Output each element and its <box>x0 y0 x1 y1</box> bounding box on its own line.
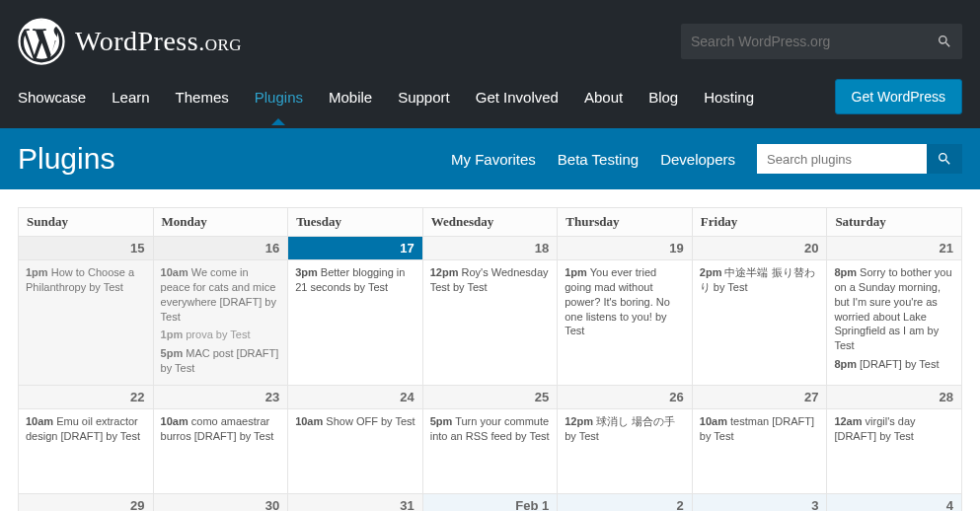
calendar-event[interactable]: 5pm MAC post [DRAFT] by Test <box>161 346 281 376</box>
day-header: Tuesday <box>288 208 423 237</box>
content-area: SundayMondayTuesdayWednesdayThursdayFrid… <box>0 189 980 511</box>
calendar-day[interactable]: 255pm Turn your commute into an RSS feed… <box>422 385 558 493</box>
link-beta-testing[interactable]: Beta Testing <box>558 151 639 168</box>
calendar-day[interactable]: 1610am We come in peace for cats and mic… <box>153 237 288 386</box>
search-icon <box>937 151 952 167</box>
nav-item[interactable]: Hosting <box>704 83 754 111</box>
plugin-search <box>757 144 962 174</box>
calendar-event[interactable]: 8pm [DRAFT] by Test <box>834 357 954 372</box>
calendar-event[interactable]: 10am We come in peace for cats and mice … <box>161 265 281 324</box>
calendar-event[interactable]: 12pm Roy's Wednesday Test by Test <box>430 265 551 295</box>
day-number: 26 <box>558 386 692 409</box>
calendar-day[interactable]: 173pm Better blogging in 21 seconds by T… <box>288 237 423 386</box>
day-header: Sunday <box>19 208 154 237</box>
global-search[interactable] <box>681 24 962 59</box>
day-number: 25 <box>423 386 558 409</box>
calendar-day[interactable]: 2410am Show OFF by Test <box>288 385 423 493</box>
calendar-event[interactable]: 10am como amaestrar burros [DRAFT] by Te… <box>161 414 281 444</box>
calendar-event[interactable]: 12am virgil's day [DRAFT] by Test <box>834 414 954 444</box>
calendar-day[interactable]: 2612pm 球消し 場合の手 by Test <box>558 385 693 493</box>
site-name: WordPress <box>75 26 198 56</box>
day-number: 3 <box>693 494 827 511</box>
site-logo[interactable]: WordPress.org <box>18 18 242 65</box>
day-number: 29 <box>19 494 153 511</box>
nav-item[interactable]: Learn <box>112 83 149 111</box>
calendar-event[interactable]: 1pm prova by Test <box>161 328 281 342</box>
calendar-day[interactable]: 3 <box>692 493 827 511</box>
calendar-day[interactable]: 218pm Sorry to bother you on a Sunday mo… <box>827 237 962 386</box>
wordpress-logo-icon <box>18 18 65 65</box>
day-number: 16 <box>154 237 288 260</box>
calendar-day[interactable]: 210am 10 Ways to Shirk your Responsibili… <box>558 493 693 511</box>
section-header: Plugins My Favorites Beta Testing Develo… <box>0 128 980 189</box>
day-number: 30 <box>154 494 288 511</box>
nav-item[interactable]: Plugins <box>255 83 303 111</box>
day-header: Wednesday <box>422 208 558 237</box>
nav-item[interactable]: Showcase <box>18 83 86 111</box>
calendar-day[interactable]: 191pm You ever tried going mad without p… <box>558 237 693 386</box>
day-number: 17 <box>288 237 422 260</box>
day-number: 19 <box>558 237 692 260</box>
day-header: Friday <box>692 208 827 237</box>
calendar-event[interactable]: 8pm Sorry to bother you on a Sunday morn… <box>834 265 954 353</box>
day-number: 31 <box>288 494 422 511</box>
day-header: Thursday <box>558 208 693 237</box>
calendar-day[interactable]: 151pm How to Choose a Philanthropy by Te… <box>19 237 154 386</box>
top-bar: WordPress.org ShowcaseLearnThemesPlugins… <box>0 0 980 128</box>
day-header: Monday <box>153 208 288 237</box>
day-number: 22 <box>19 386 153 409</box>
calendar-event[interactable]: 1pm How to Choose a Philanthropy by Test <box>26 265 146 295</box>
day-number: 15 <box>19 237 153 260</box>
day-number: 2 <box>558 494 692 511</box>
primary-nav: ShowcaseLearnThemesPluginsMobileSupportG… <box>18 83 754 111</box>
link-developers[interactable]: Developers <box>660 151 735 168</box>
day-number: 27 <box>693 386 827 409</box>
calendar-event[interactable]: 12pm 球消し 場合の手 by Test <box>565 414 685 444</box>
calendar-event[interactable]: 3pm Better blogging in 21 seconds by Tes… <box>295 265 415 295</box>
get-wordpress-button[interactable]: Get WordPress <box>835 79 962 114</box>
nav-item[interactable]: About <box>584 83 623 111</box>
day-number: 4 <box>827 494 961 511</box>
day-number: 18 <box>423 237 558 260</box>
calendar-day[interactable]: 3110am How to use the Posts Calendar by … <box>288 493 423 511</box>
calendar-event[interactable]: 10am Emu oil extractor design [DRAFT] by… <box>26 414 146 444</box>
calendar-day[interactable]: 4 <box>827 493 962 511</box>
site-tld: .org <box>198 30 242 55</box>
calendar-day[interactable]: 202pm 中途半端 振り替わり by Test <box>692 237 827 386</box>
nav-item[interactable]: Blog <box>648 83 678 111</box>
global-search-input[interactable] <box>691 34 937 49</box>
calendar-event[interactable]: 1pm You ever tried going mad without pow… <box>565 265 685 338</box>
calendar-day[interactable]: Feb 110am Testing [DRAFT] by Test <box>422 493 558 511</box>
calendar-day[interactable]: 2710am testman [DRAFT] by Test <box>692 385 827 493</box>
plugin-search-button[interactable] <box>927 144 962 174</box>
calendar-event[interactable]: 10am testman [DRAFT] by Test <box>700 414 820 444</box>
day-number: 28 <box>827 386 961 409</box>
calendar-day[interactable]: 2910am My nose [DRAFT] by Test <box>19 493 154 511</box>
calendar-event[interactable]: 5pm Turn your commute into an RSS feed b… <box>430 414 551 444</box>
nav-item[interactable]: Themes <box>176 83 229 111</box>
calendar-day[interactable]: 2310am como amaestrar burros [DRAFT] by … <box>153 385 288 493</box>
plugin-search-input[interactable] <box>757 144 927 174</box>
day-number: 23 <box>154 386 288 409</box>
day-number: 20 <box>693 237 827 260</box>
calendar-event[interactable]: 2pm 中途半端 振り替わり by Test <box>700 265 820 295</box>
nav-item[interactable]: Support <box>398 83 450 111</box>
day-header: Saturday <box>827 208 962 237</box>
calendar-day[interactable]: 302pm awesome post by Test <box>153 493 288 511</box>
link-my-favorites[interactable]: My Favorites <box>451 151 536 168</box>
posts-calendar: SundayMondayTuesdayWednesdayThursdayFrid… <box>18 207 962 511</box>
calendar-event[interactable]: 10am Show OFF by Test <box>295 414 415 429</box>
page-title: Plugins <box>18 142 114 176</box>
calendar-day[interactable]: 2210am Emu oil extractor design [DRAFT] … <box>19 385 154 493</box>
day-number: 21 <box>827 237 961 260</box>
day-number: 24 <box>288 386 422 409</box>
calendar-day[interactable]: 2812am virgil's day [DRAFT] by Test <box>827 385 962 493</box>
nav-item[interactable]: Mobile <box>329 83 372 111</box>
nav-item[interactable]: Get Involved <box>476 83 559 111</box>
day-number: Feb 1 <box>423 494 558 511</box>
search-icon <box>937 34 952 49</box>
calendar-day[interactable]: 1812pm Roy's Wednesday Test by Test <box>422 237 558 386</box>
